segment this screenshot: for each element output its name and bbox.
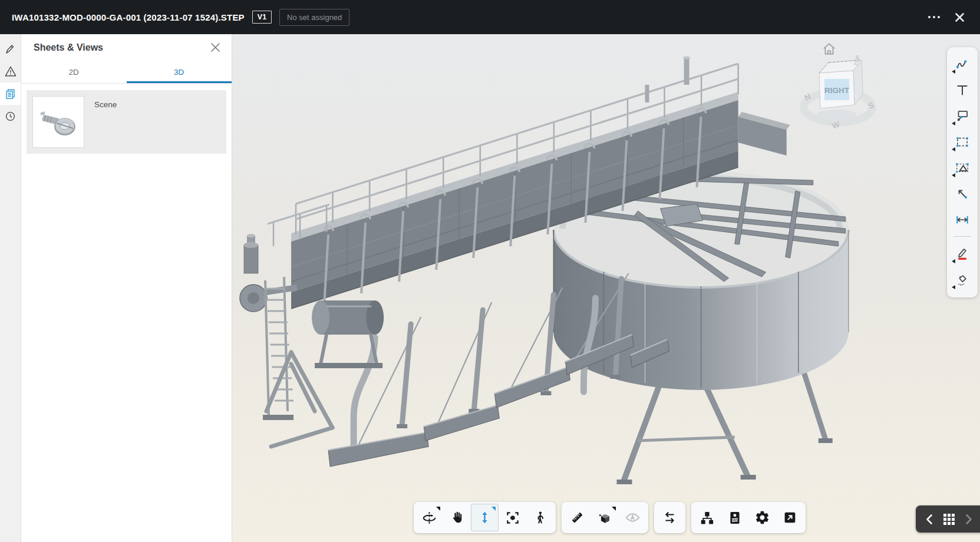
measure-tool[interactable]	[563, 504, 591, 531]
pan-hand-icon	[450, 510, 464, 525]
callout-icon	[955, 108, 970, 124]
model-browser-tool[interactable]	[693, 504, 721, 531]
close-icon	[955, 12, 965, 22]
markup-toolbar	[947, 47, 978, 298]
lasso-icon	[955, 134, 970, 150]
pager-next-button[interactable]	[965, 514, 973, 525]
ruler-icon	[569, 510, 585, 526]
shapes-tool[interactable]	[949, 155, 975, 180]
freehand-icon	[955, 57, 970, 72]
tab-2d[interactable]: 2D	[21, 61, 127, 83]
pen-color-tool[interactable]	[949, 241, 975, 266]
sheet-list: Scene	[21, 84, 232, 160]
text-tool[interactable]	[949, 77, 975, 103]
pencil-red-icon	[955, 246, 970, 262]
visibility-tool[interactable]	[619, 504, 646, 531]
panel-close-button[interactable]	[210, 42, 220, 52]
section-tool[interactable]	[591, 504, 619, 531]
hierarchy-icon	[699, 510, 715, 526]
chevron-left-icon	[925, 514, 933, 525]
fill-bucket-icon	[955, 272, 970, 287]
pager-grid-button[interactable]	[943, 514, 955, 525]
lasso-select-tool[interactable]	[949, 129, 975, 154]
home-icon	[821, 41, 837, 57]
chevron-right-icon	[965, 514, 973, 525]
home-view-button[interactable]	[821, 41, 837, 57]
nav-group-analyze	[562, 502, 648, 533]
cad-viewer-app: { "header": { "title": "IWA101332-MOD-00…	[0, 0, 980, 542]
flyout-indicator	[952, 70, 955, 74]
fullscreen-tool[interactable]	[776, 504, 804, 531]
set-assignment-button[interactable]: No set assigned	[279, 9, 349, 26]
flyout-indicator	[952, 121, 955, 125]
arrow-icon	[955, 186, 970, 201]
arrow-tool[interactable]	[949, 181, 975, 206]
main-area: Sheets & Views 2D 3D	[0, 34, 980, 542]
settings-tool[interactable]	[748, 504, 776, 531]
cube-front-label: RIGHT	[824, 86, 850, 95]
walk-person-icon	[533, 510, 547, 525]
close-icon	[210, 42, 220, 52]
zoom-tool[interactable]	[471, 504, 499, 531]
text-icon	[955, 82, 970, 98]
orbit-icon	[421, 510, 437, 526]
shapes-icon	[955, 160, 970, 176]
scene-thumbnail	[32, 96, 84, 148]
panel-header: Sheets & Views	[21, 34, 232, 61]
swap-arrows-icon	[662, 510, 678, 526]
panel-tabs: 2D 3D	[21, 61, 232, 84]
model-tank	[553, 171, 848, 484]
zoom-arrows-icon	[477, 510, 493, 526]
3d-part-thumbnail-image	[37, 101, 80, 143]
version-badge: V1	[252, 11, 272, 24]
properties-card-icon	[727, 510, 743, 526]
flyout-indicator	[952, 285, 955, 289]
clock-icon	[5, 111, 16, 122]
gear-icon	[754, 510, 770, 526]
compare-tool[interactable]	[656, 504, 684, 531]
flyout-indicator	[952, 147, 955, 151]
sheets-icon	[5, 88, 16, 100]
more-options-button[interactable]	[925, 8, 943, 26]
nav-group-panels	[691, 502, 806, 533]
dimension-icon	[955, 212, 970, 227]
fullscreen-icon	[783, 510, 797, 525]
flyout-indicator	[952, 259, 955, 263]
ellipsis-icon	[928, 15, 941, 19]
grid-icon	[943, 514, 955, 525]
callout-tool[interactable]	[949, 103, 975, 128]
close-viewer-button[interactable]	[951, 8, 968, 26]
pen-icon	[5, 44, 16, 55]
warning-triangle-icon	[5, 65, 17, 77]
nav-group-camera	[414, 502, 556, 533]
scene-label: Scene	[94, 96, 117, 148]
properties-tool[interactable]	[721, 504, 748, 531]
fit-view-icon	[505, 510, 520, 526]
sidebar-item-markups[interactable]	[0, 38, 21, 60]
sidebar-item-sheets-views[interactable]	[0, 82, 21, 105]
navigation-toolbar	[414, 502, 806, 533]
pan-tool[interactable]	[443, 504, 471, 531]
fit-to-view-tool[interactable]	[499, 504, 526, 531]
viewport: N S W RIGHT TOP	[232, 34, 980, 542]
fill-style-tool[interactable]	[949, 267, 975, 292]
dimension-tool[interactable]	[949, 207, 975, 232]
orbit-tool[interactable]	[415, 504, 443, 531]
cube-shadow	[817, 110, 857, 119]
sheet-pager	[916, 505, 980, 533]
sidebar-item-history[interactable]	[0, 105, 21, 127]
list-item-scene[interactable]: Scene	[27, 90, 226, 154]
first-person-tool[interactable]	[526, 504, 554, 531]
tab-3d[interactable]: 3D	[127, 61, 232, 83]
sidebar-item-issues[interactable]	[0, 60, 21, 82]
freehand-draw-tool[interactable]	[949, 51, 975, 77]
toolbar-divider	[953, 236, 971, 237]
left-icon-strip	[0, 34, 21, 542]
pager-prev-button[interactable]	[925, 514, 933, 525]
view-cube[interactable]: N S W RIGHT TOP	[799, 55, 880, 130]
title-bar: IWA101332-MOD-0000-GA-001 (2023-11-07 15…	[0, 0, 980, 34]
eye-appearance-icon	[625, 510, 641, 526]
sheets-views-panel: Sheets & Views 2D 3D	[21, 34, 232, 542]
panel-title: Sheets & Views	[34, 42, 103, 53]
nav-group-compare	[654, 502, 685, 533]
